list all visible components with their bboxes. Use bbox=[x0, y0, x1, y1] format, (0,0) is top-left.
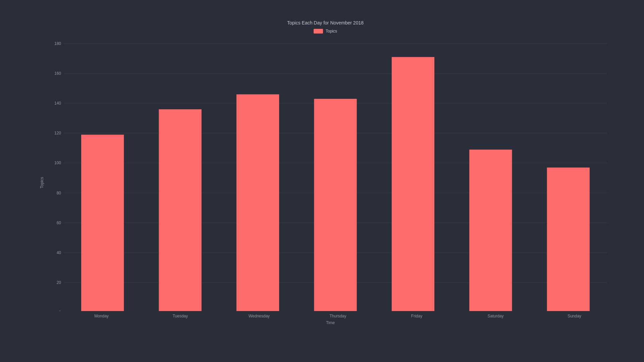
x-axis-tick-label: Tuesday bbox=[141, 314, 220, 318]
x-axis-tick-label: Thursday bbox=[299, 314, 377, 318]
svg-rect-23 bbox=[314, 99, 357, 311]
x-axis-title: Time bbox=[47, 320, 614, 325]
svg-text:0: 0 bbox=[59, 310, 61, 311]
x-axis-container: MondayTuesdayWednesdayThursdayFridaySatu… bbox=[47, 314, 614, 318]
legend-label: Topics bbox=[326, 29, 337, 34]
svg-text:180: 180 bbox=[54, 41, 61, 46]
svg-text:20: 20 bbox=[57, 280, 61, 285]
svg-rect-20 bbox=[81, 135, 124, 311]
x-axis-tick-label: Friday bbox=[377, 314, 456, 318]
chart-inner: 020406080100120140160180 MondayTuesdayWe… bbox=[47, 40, 614, 325]
legend-color-swatch bbox=[314, 29, 323, 34]
chart-area: Topics 020406080100120140160180 MondayTu… bbox=[37, 40, 614, 325]
chart-container: Topics Each Day for November 2018 Topics… bbox=[10, 10, 634, 352]
svg-rect-25 bbox=[469, 149, 512, 311]
x-axis-tick-label: Monday bbox=[62, 314, 141, 318]
x-axis-tick-label: Wednesday bbox=[220, 314, 299, 318]
svg-rect-26 bbox=[547, 168, 590, 311]
legend: Topics bbox=[314, 29, 337, 34]
svg-text:160: 160 bbox=[54, 71, 61, 76]
chart-svg: 020406080100120140160180 bbox=[47, 40, 614, 311]
x-axis-tick-label: Sunday bbox=[535, 314, 614, 318]
svg-text:60: 60 bbox=[57, 221, 61, 225]
chart-title: Topics Each Day for November 2018 bbox=[287, 20, 364, 25]
svg-text:140: 140 bbox=[54, 101, 61, 106]
x-axis-tick-label: Saturday bbox=[456, 314, 535, 318]
svg-rect-24 bbox=[392, 57, 434, 311]
svg-rect-22 bbox=[236, 94, 279, 311]
y-axis-label: Topics bbox=[37, 40, 47, 325]
svg-text:120: 120 bbox=[54, 131, 61, 135]
svg-text:80: 80 bbox=[57, 191, 61, 195]
svg-text:100: 100 bbox=[54, 161, 61, 165]
svg-text:40: 40 bbox=[57, 250, 61, 255]
grid-and-bars: 020406080100120140160180 bbox=[47, 40, 614, 311]
svg-rect-21 bbox=[159, 109, 202, 311]
